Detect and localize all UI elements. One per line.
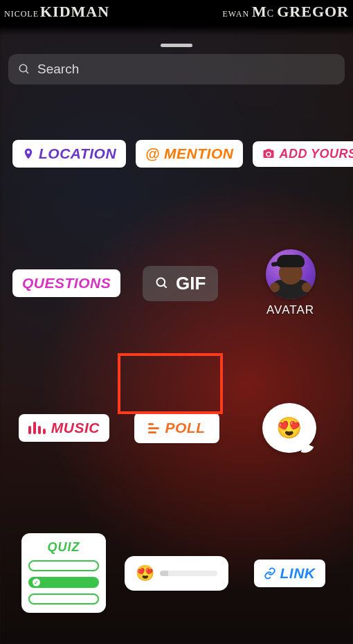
gif-label: GIF <box>176 273 206 294</box>
add-yours-label: ADD YOURS <box>279 147 353 161</box>
pin-icon <box>22 147 35 160</box>
music-sticker[interactable]: MUSIC <box>19 414 109 442</box>
credit-last-left: KIDMAN <box>40 3 109 21</box>
gif-sticker[interactable]: GIF <box>143 266 218 301</box>
movie-credits-bar: NICOLE KIDMAN EWAN M C GREGOR <box>0 0 353 36</box>
search-icon <box>155 276 169 290</box>
location-label: LOCATION <box>39 145 116 162</box>
quiz-option-3 <box>28 593 99 605</box>
quiz-option-2-selected <box>28 577 99 588</box>
credit-last-right-a: M <box>252 3 267 21</box>
quiz-option-1 <box>28 560 99 571</box>
poll-lines-icon <box>148 423 159 433</box>
emoji-reaction-sticker[interactable]: 😍 <box>262 403 316 453</box>
sticker-row-1: LOCATION @MENTION ADD YOURS <box>12 140 341 168</box>
credit-left: NICOLE KIDMAN <box>4 3 109 21</box>
quiz-sticker[interactable]: QUIZ <box>21 533 106 613</box>
camera-icon <box>262 147 275 160</box>
svg-line-1 <box>26 71 28 73</box>
sticker-tray: LOCATION @MENTION ADD YOURS QUESTIONS <box>0 97 353 644</box>
credit-last-right-c: GREGOR <box>277 3 349 21</box>
quiz-label: QUIZ <box>28 540 99 555</box>
svg-point-2 <box>156 278 165 287</box>
credit-first-right: EWAN <box>222 9 249 19</box>
link-icon <box>264 567 276 580</box>
avatar-label: AVATAR <box>266 303 314 317</box>
music-bars-icon <box>28 422 46 434</box>
emoji-slider-sticker[interactable]: 😍 <box>125 556 228 591</box>
mention-sticker[interactable]: @MENTION <box>136 140 243 168</box>
avatar-image <box>266 249 316 299</box>
heart-eyes-emoji-icon: 😍 <box>136 564 154 582</box>
heart-eyes-emoji-icon: 😍 <box>276 418 302 438</box>
mention-label: MENTION <box>164 145 233 162</box>
search-placeholder: Search <box>37 62 79 77</box>
sheet-drag-handle[interactable] <box>161 44 192 47</box>
questions-sticker[interactable]: QUESTIONS <box>12 269 120 297</box>
search-input[interactable]: Search <box>8 54 345 84</box>
credit-last-right-b: C <box>267 8 274 19</box>
link-label: LINK <box>280 565 316 582</box>
poll-sticker[interactable]: POLL <box>134 413 219 443</box>
sticker-row-3: MUSIC POLL 😍 <box>12 403 341 453</box>
at-icon: @ <box>145 145 160 162</box>
credit-first-left: NICOLE <box>4 9 39 19</box>
music-label: MUSIC <box>51 420 100 436</box>
link-sticker[interactable]: LINK <box>254 560 325 587</box>
sticker-row-2: QUESTIONS GIF <box>12 249 341 317</box>
search-icon <box>18 63 30 75</box>
location-sticker[interactable]: LOCATION <box>12 140 126 168</box>
credit-right: EWAN M C GREGOR <box>222 3 349 21</box>
svg-line-3 <box>163 285 166 288</box>
poll-label: POLL <box>165 420 206 436</box>
questions-label: QUESTIONS <box>22 275 111 292</box>
svg-point-0 <box>19 64 27 72</box>
slider-track-icon <box>160 571 217 576</box>
sticker-row-4: QUIZ 😍 LINK <box>12 533 341 613</box>
add-yours-sticker[interactable]: ADD YOURS <box>253 141 353 167</box>
avatar-sticker[interactable]: AVATAR <box>266 249 316 317</box>
